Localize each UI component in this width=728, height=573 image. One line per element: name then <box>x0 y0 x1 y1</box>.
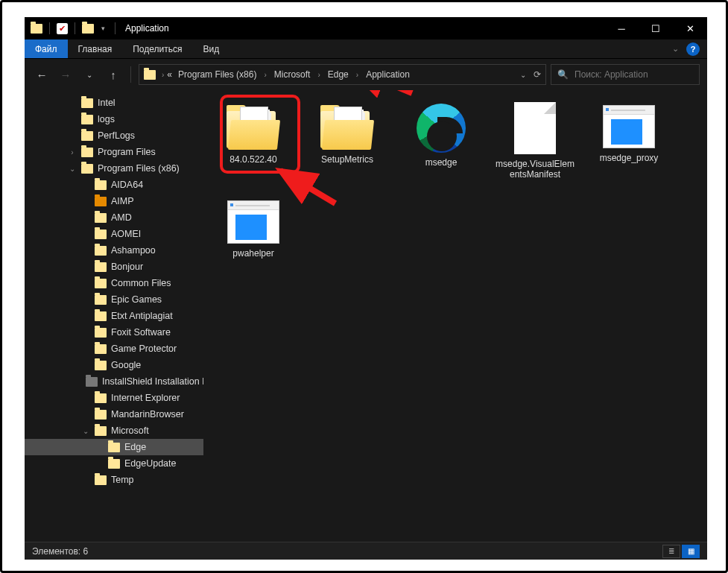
crumb-overflow[interactable]: « <box>167 69 172 80</box>
nav-tree[interactable]: IntellogsPerfLogs›Program Files⌄Program … <box>25 90 203 542</box>
file-item[interactable]: SetupMetrics <box>300 98 394 193</box>
refresh-icon[interactable]: ⟳ <box>534 69 541 80</box>
tree-label: Program Files (x86) <box>98 163 180 174</box>
tree-label: Etxt Antiplagiat <box>111 311 173 321</box>
tree-node[interactable]: Internet Explorer <box>25 390 203 406</box>
folder-icon <box>95 311 107 321</box>
tree-node[interactable]: ›Program Files <box>25 144 203 160</box>
tab-view[interactable]: Вид <box>192 39 230 58</box>
qat-properties-icon[interactable]: ✔ <box>57 23 68 34</box>
tree-node[interactable]: AIMP <box>25 193 203 209</box>
address-dropdown-icon[interactable]: ⌄ <box>520 71 526 79</box>
ribbon: Файл Главная Поделиться Вид ⌄ ? <box>25 39 707 59</box>
tree-label: MandarinBrowser <box>111 409 184 420</box>
tree-label: Epic Games <box>111 294 162 305</box>
chevron-right-icon[interactable]: › <box>262 71 268 79</box>
tree-node[interactable]: logs <box>25 111 203 127</box>
maximize-button[interactable]: ☐ <box>639 17 673 39</box>
tree-node[interactable]: Game Protector <box>25 341 203 357</box>
tree-label: EdgeUpdate <box>124 458 177 469</box>
view-largeicons-button[interactable]: ▦ <box>682 545 700 558</box>
content-pane[interactable]: 84.0.522.40SetupMetricsmsedgemsedge.Visu… <box>203 90 707 542</box>
file-item[interactable]: msedge.VisualElementsManifest <box>488 98 582 193</box>
tree-toggle-icon[interactable]: ⌄ <box>68 165 77 173</box>
search-placeholder: Поиск: Application <box>575 69 648 80</box>
file-item[interactable]: msedge_proxy <box>582 98 676 193</box>
qat-newfolder-icon[interactable] <box>82 24 94 34</box>
ribbon-expand-icon[interactable]: ⌄ <box>672 44 679 54</box>
tree-node[interactable]: Etxt Antiplagiat <box>25 308 203 324</box>
minimize-button[interactable]: ─ <box>604 17 639 39</box>
back-button[interactable]: ← <box>32 65 51 84</box>
tree-label: Foxit Software <box>111 327 171 338</box>
forward-button[interactable]: → <box>56 65 75 84</box>
folder-icon <box>227 107 280 150</box>
tree-node[interactable]: ⌄Microsoft <box>25 422 203 439</box>
tree-node[interactable]: Temp <box>25 472 203 488</box>
tree-node[interactable]: MandarinBrowser <box>25 406 203 422</box>
application-icon <box>227 200 279 244</box>
tree-node[interactable]: Ashampoo <box>25 242 203 259</box>
tree-label: AMD <box>111 212 132 223</box>
tree-node[interactable]: Google <box>25 357 203 373</box>
tree-node[interactable]: Bonjour <box>25 259 203 275</box>
nav-separator <box>130 66 131 83</box>
folder-icon <box>81 148 93 157</box>
tree-node[interactable]: Edge <box>25 439 203 455</box>
qat-customize-icon[interactable]: ▾ <box>98 25 108 32</box>
folder-icon <box>95 344 107 354</box>
close-button[interactable]: ✕ <box>673 17 707 39</box>
item-label: 84.0.522.40 <box>230 154 276 165</box>
tree-node[interactable]: ⌄Program Files (x86) <box>25 160 203 177</box>
folder-icon <box>95 475 107 485</box>
folder-icon <box>95 279 107 288</box>
tree-node[interactable]: Epic Games <box>25 291 203 308</box>
tree-node[interactable]: Common Files <box>25 275 203 291</box>
tree-label: Bonjour <box>111 262 143 272</box>
file-item[interactable]: msedge <box>394 98 488 193</box>
address-icon <box>144 70 156 80</box>
folder-icon <box>81 131 93 141</box>
item-label: msedge <box>425 157 458 168</box>
tree-toggle-icon[interactable]: ⌄ <box>81 427 90 435</box>
tree-toggle-icon[interactable]: › <box>68 148 77 156</box>
tab-home[interactable]: Главная <box>68 39 123 58</box>
application-icon <box>603 105 655 148</box>
search-box[interactable]: 🔍 Поиск: Application <box>551 64 700 85</box>
folder-icon <box>95 426 107 436</box>
crumb-microsoft[interactable]: Microsoft <box>270 69 315 80</box>
folder-icon <box>95 295 107 305</box>
folder-icon <box>81 115 93 124</box>
tree-node[interactable]: AOMEI <box>25 226 203 242</box>
tree-node[interactable]: Intel <box>25 95 203 111</box>
tree-node[interactable]: Foxit Software <box>25 324 203 341</box>
crumb-application[interactable]: Application <box>361 69 414 80</box>
folder-icon <box>95 213 107 223</box>
tree-node[interactable]: InstallShield Installation Informat <box>25 373 203 390</box>
tree-label: Internet Explorer <box>111 393 180 403</box>
file-item[interactable]: 84.0.522.40 <box>206 98 300 193</box>
tree-label: Edge <box>124 442 146 452</box>
qat-separator <box>75 22 75 34</box>
tree-node[interactable]: PerfLogs <box>25 127 203 144</box>
tree-node[interactable]: EdgeUpdate <box>25 455 203 472</box>
up-button[interactable]: ↑ <box>104 65 123 84</box>
view-details-button[interactable]: ≣ <box>662 545 680 558</box>
chevron-right-icon[interactable]: › <box>316 71 321 79</box>
chevron-right-icon[interactable]: › <box>355 71 360 79</box>
tree-node[interactable]: AMD <box>25 209 203 226</box>
address-bar[interactable]: › « Program Files (x86) › Microsoft › Ed… <box>139 64 546 85</box>
crumb-programfiles[interactable]: Program Files (x86) <box>174 69 261 80</box>
chevron-right-icon[interactable]: › <box>160 71 165 79</box>
tab-share[interactable]: Поделиться <box>122 39 192 58</box>
help-icon[interactable]: ? <box>686 42 700 56</box>
recent-dropdown[interactable]: ⌄ <box>80 65 99 84</box>
tree-node[interactable]: AIDA64 <box>25 177 203 193</box>
tab-file[interactable]: Файл <box>25 39 68 58</box>
app-icon <box>31 24 42 34</box>
file-item[interactable]: pwahelper <box>206 193 300 288</box>
document-icon <box>514 102 556 154</box>
tree-label: PerfLogs <box>98 130 135 141</box>
folder-icon <box>95 246 107 256</box>
crumb-edge[interactable]: Edge <box>323 69 353 80</box>
